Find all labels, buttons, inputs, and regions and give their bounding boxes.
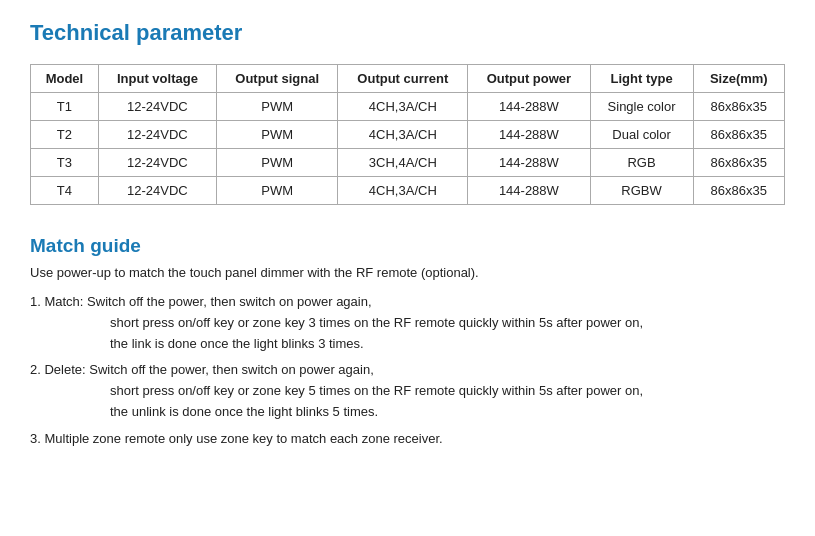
table-header-cell: Output signal xyxy=(216,65,337,93)
table-header-cell: Light type xyxy=(590,65,693,93)
table-cell: 86x86x35 xyxy=(693,177,784,205)
table-cell: T2 xyxy=(31,121,99,149)
table-cell: RGB xyxy=(590,149,693,177)
table-header-cell: Output current xyxy=(338,65,468,93)
table-cell: 86x86x35 xyxy=(693,121,784,149)
table-cell: 12-24VDC xyxy=(98,149,216,177)
parameter-table: ModelInput voltageOutput signalOutput cu… xyxy=(30,64,785,205)
table-cell: T3 xyxy=(31,149,99,177)
table-row: T112-24VDCPWM4CH,3A/CH144-288WSingle col… xyxy=(31,93,785,121)
table-cell: Dual color xyxy=(590,121,693,149)
match-guide-title: Match guide xyxy=(30,235,785,257)
table-header-cell: Output power xyxy=(468,65,590,93)
table-cell: RGBW xyxy=(590,177,693,205)
table-cell: 12-24VDC xyxy=(98,93,216,121)
match-list-item: 2. Delete: Switch off the power, then sw… xyxy=(30,360,785,422)
table-cell: 4CH,3A/CH xyxy=(338,121,468,149)
match-guide-intro: Use power-up to match the touch panel di… xyxy=(30,265,785,280)
match-list-item: 3. Multiple zone remote only use zone ke… xyxy=(30,429,785,450)
match-guide-list: 1. Match: Switch off the power, then swi… xyxy=(30,292,785,450)
table-cell: 86x86x35 xyxy=(693,149,784,177)
page-title: Technical parameter xyxy=(30,20,785,46)
table-body: T112-24VDCPWM4CH,3A/CH144-288WSingle col… xyxy=(31,93,785,205)
table-cell: 4CH,3A/CH xyxy=(338,93,468,121)
table-cell: 12-24VDC xyxy=(98,177,216,205)
table-cell: 144-288W xyxy=(468,149,590,177)
table-row: T212-24VDCPWM4CH,3A/CH144-288WDual color… xyxy=(31,121,785,149)
table-cell: T1 xyxy=(31,93,99,121)
table-header-row: ModelInput voltageOutput signalOutput cu… xyxy=(31,65,785,93)
table-header-cell: Model xyxy=(31,65,99,93)
table-cell: 3CH,4A/CH xyxy=(338,149,468,177)
table-cell: 4CH,3A/CH xyxy=(338,177,468,205)
table-cell: 12-24VDC xyxy=(98,121,216,149)
table-cell: PWM xyxy=(216,177,337,205)
table-cell: 86x86x35 xyxy=(693,93,784,121)
table-cell: 144-288W xyxy=(468,121,590,149)
table-cell: PWM xyxy=(216,93,337,121)
table-cell: T4 xyxy=(31,177,99,205)
table-cell: 144-288W xyxy=(468,177,590,205)
table-row: T412-24VDCPWM4CH,3A/CH144-288WRGBW86x86x… xyxy=(31,177,785,205)
table-cell: PWM xyxy=(216,149,337,177)
table-header-cell: Input voltage xyxy=(98,65,216,93)
table-row: T312-24VDCPWM3CH,4A/CH144-288WRGB86x86x3… xyxy=(31,149,785,177)
table-cell: 144-288W xyxy=(468,93,590,121)
table-cell: PWM xyxy=(216,121,337,149)
table-header-cell: Size(mm) xyxy=(693,65,784,93)
table-cell: Single color xyxy=(590,93,693,121)
match-list-item: 1. Match: Switch off the power, then swi… xyxy=(30,292,785,354)
